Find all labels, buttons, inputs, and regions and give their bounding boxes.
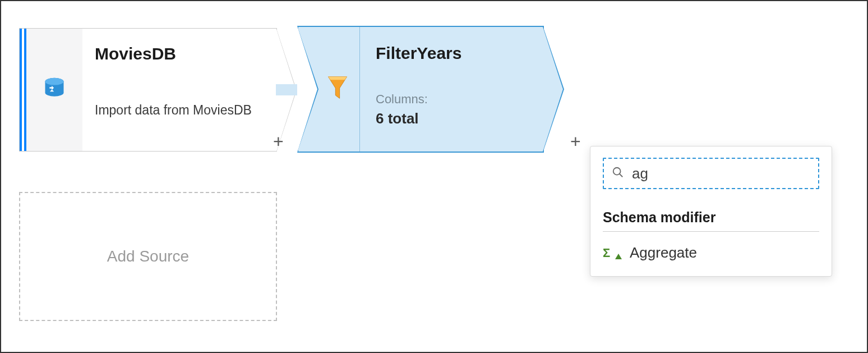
svg-point-2 (613, 168, 621, 175)
add-step-button[interactable]: + (273, 131, 284, 152)
filter-columns-label: Columns: (376, 92, 530, 107)
add-transformation-popup: ag Schema modifier Σ Aggregate (590, 146, 832, 277)
source-subtitle: Import data from MoviesDB (95, 103, 264, 118)
filter-columns-value: 6 total (376, 110, 530, 127)
source-icon-column (26, 29, 82, 151)
source-node-moviesdb[interactable]: MoviesDB Import data from MoviesDB (19, 28, 277, 152)
popup-section-header: Schema modifier (603, 209, 819, 232)
funnel-icon (327, 76, 348, 103)
database-icon (42, 76, 67, 103)
result-aggregate[interactable]: Σ Aggregate (603, 244, 819, 262)
node-notch (297, 26, 317, 153)
result-label: Aggregate (630, 244, 697, 262)
filter-title: FilterYears (376, 44, 530, 63)
svg-point-1 (45, 78, 64, 85)
aggregate-icon: Σ (603, 246, 620, 260)
filter-node-filteryears[interactable]: FilterYears Columns: 6 total (297, 26, 544, 153)
source-body: MoviesDB Import data from MoviesDB (82, 29, 276, 151)
connector-line (276, 84, 298, 95)
node-arrow-tip (543, 26, 564, 153)
search-value: ag (632, 165, 648, 182)
add-step-button[interactable]: + (570, 131, 581, 152)
filter-body: FilterYears Columns: 6 total (360, 27, 543, 152)
transformation-search-input[interactable]: ag (603, 158, 819, 189)
dataflow-canvas[interactable]: MoviesDB Import data from MoviesDB + Fil… (1, 1, 867, 352)
source-title: MoviesDB (95, 44, 264, 63)
search-icon (612, 166, 624, 181)
add-source-placeholder[interactable]: Add Source (19, 192, 277, 321)
selection-accent-bar (20, 29, 26, 151)
svg-line-3 (620, 174, 623, 177)
